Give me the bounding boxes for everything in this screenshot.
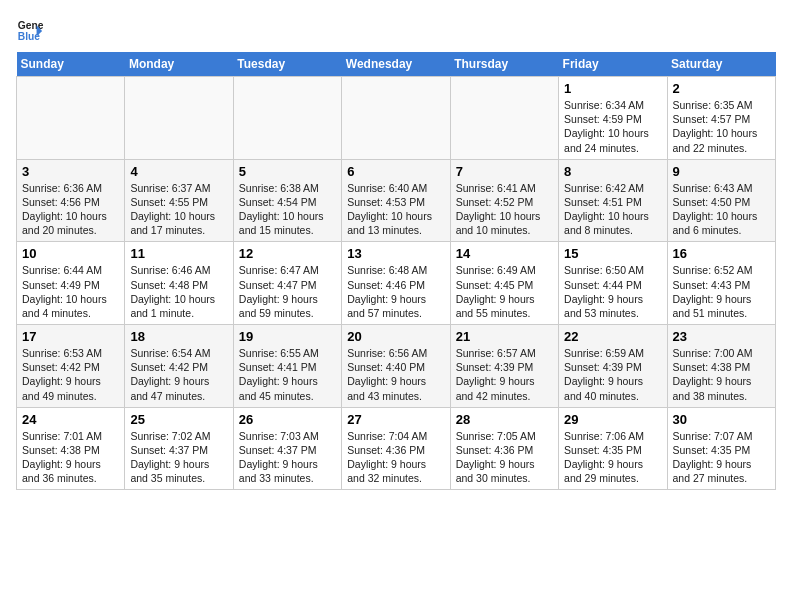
day-number: 6 — [347, 164, 444, 179]
day-number: 16 — [673, 246, 770, 261]
calendar-cell: 25Sunrise: 7:02 AM Sunset: 4:37 PM Dayli… — [125, 407, 233, 490]
day-number: 15 — [564, 246, 661, 261]
calendar-cell: 29Sunrise: 7:06 AM Sunset: 4:35 PM Dayli… — [559, 407, 667, 490]
calendar-cell — [125, 77, 233, 160]
day-info: Sunrise: 6:34 AM Sunset: 4:59 PM Dayligh… — [564, 98, 661, 155]
calendar-week-row: 17Sunrise: 6:53 AM Sunset: 4:42 PM Dayli… — [17, 325, 776, 408]
calendar-week-row: 24Sunrise: 7:01 AM Sunset: 4:38 PM Dayli… — [17, 407, 776, 490]
weekday-header: Monday — [125, 52, 233, 77]
day-info: Sunrise: 6:49 AM Sunset: 4:45 PM Dayligh… — [456, 263, 553, 320]
calendar-cell: 15Sunrise: 6:50 AM Sunset: 4:44 PM Dayli… — [559, 242, 667, 325]
day-info: Sunrise: 6:42 AM Sunset: 4:51 PM Dayligh… — [564, 181, 661, 238]
logo: General Blue — [16, 16, 44, 44]
calendar-cell: 21Sunrise: 6:57 AM Sunset: 4:39 PM Dayli… — [450, 325, 558, 408]
calendar-cell — [450, 77, 558, 160]
calendar-week-row: 1Sunrise: 6:34 AM Sunset: 4:59 PM Daylig… — [17, 77, 776, 160]
day-info: Sunrise: 6:54 AM Sunset: 4:42 PM Dayligh… — [130, 346, 227, 403]
calendar-cell: 16Sunrise: 6:52 AM Sunset: 4:43 PM Dayli… — [667, 242, 775, 325]
calendar-cell — [233, 77, 341, 160]
calendar-cell: 8Sunrise: 6:42 AM Sunset: 4:51 PM Daylig… — [559, 159, 667, 242]
calendar-cell: 13Sunrise: 6:48 AM Sunset: 4:46 PM Dayli… — [342, 242, 450, 325]
calendar-cell: 10Sunrise: 6:44 AM Sunset: 4:49 PM Dayli… — [17, 242, 125, 325]
day-number: 11 — [130, 246, 227, 261]
calendar-cell — [17, 77, 125, 160]
calendar-cell: 1Sunrise: 6:34 AM Sunset: 4:59 PM Daylig… — [559, 77, 667, 160]
logo-icon: General Blue — [16, 16, 44, 44]
calendar-cell: 20Sunrise: 6:56 AM Sunset: 4:40 PM Dayli… — [342, 325, 450, 408]
day-number: 2 — [673, 81, 770, 96]
day-info: Sunrise: 6:55 AM Sunset: 4:41 PM Dayligh… — [239, 346, 336, 403]
day-number: 18 — [130, 329, 227, 344]
calendar-cell: 26Sunrise: 7:03 AM Sunset: 4:37 PM Dayli… — [233, 407, 341, 490]
day-info: Sunrise: 6:56 AM Sunset: 4:40 PM Dayligh… — [347, 346, 444, 403]
weekday-row: SundayMondayTuesdayWednesdayThursdayFrid… — [17, 52, 776, 77]
day-info: Sunrise: 6:48 AM Sunset: 4:46 PM Dayligh… — [347, 263, 444, 320]
calendar-cell: 19Sunrise: 6:55 AM Sunset: 4:41 PM Dayli… — [233, 325, 341, 408]
day-info: Sunrise: 6:41 AM Sunset: 4:52 PM Dayligh… — [456, 181, 553, 238]
calendar-cell: 23Sunrise: 7:00 AM Sunset: 4:38 PM Dayli… — [667, 325, 775, 408]
weekday-header: Sunday — [17, 52, 125, 77]
day-number: 7 — [456, 164, 553, 179]
weekday-header: Friday — [559, 52, 667, 77]
calendar-cell: 7Sunrise: 6:41 AM Sunset: 4:52 PM Daylig… — [450, 159, 558, 242]
day-info: Sunrise: 6:52 AM Sunset: 4:43 PM Dayligh… — [673, 263, 770, 320]
day-info: Sunrise: 7:05 AM Sunset: 4:36 PM Dayligh… — [456, 429, 553, 486]
day-info: Sunrise: 7:04 AM Sunset: 4:36 PM Dayligh… — [347, 429, 444, 486]
day-number: 28 — [456, 412, 553, 427]
weekday-header: Wednesday — [342, 52, 450, 77]
day-number: 9 — [673, 164, 770, 179]
day-number: 27 — [347, 412, 444, 427]
day-info: Sunrise: 7:00 AM Sunset: 4:38 PM Dayligh… — [673, 346, 770, 403]
day-info: Sunrise: 6:36 AM Sunset: 4:56 PM Dayligh… — [22, 181, 119, 238]
day-info: Sunrise: 6:37 AM Sunset: 4:55 PM Dayligh… — [130, 181, 227, 238]
day-info: Sunrise: 6:53 AM Sunset: 4:42 PM Dayligh… — [22, 346, 119, 403]
day-number: 4 — [130, 164, 227, 179]
calendar-cell: 22Sunrise: 6:59 AM Sunset: 4:39 PM Dayli… — [559, 325, 667, 408]
day-info: Sunrise: 7:01 AM Sunset: 4:38 PM Dayligh… — [22, 429, 119, 486]
day-number: 26 — [239, 412, 336, 427]
calendar-cell: 3Sunrise: 6:36 AM Sunset: 4:56 PM Daylig… — [17, 159, 125, 242]
calendar-week-row: 3Sunrise: 6:36 AM Sunset: 4:56 PM Daylig… — [17, 159, 776, 242]
calendar-cell: 9Sunrise: 6:43 AM Sunset: 4:50 PM Daylig… — [667, 159, 775, 242]
day-info: Sunrise: 6:57 AM Sunset: 4:39 PM Dayligh… — [456, 346, 553, 403]
weekday-header: Tuesday — [233, 52, 341, 77]
day-number: 17 — [22, 329, 119, 344]
calendar-body: 1Sunrise: 6:34 AM Sunset: 4:59 PM Daylig… — [17, 77, 776, 490]
calendar-cell: 11Sunrise: 6:46 AM Sunset: 4:48 PM Dayli… — [125, 242, 233, 325]
day-number: 20 — [347, 329, 444, 344]
calendar-cell: 2Sunrise: 6:35 AM Sunset: 4:57 PM Daylig… — [667, 77, 775, 160]
day-number: 14 — [456, 246, 553, 261]
calendar-cell: 18Sunrise: 6:54 AM Sunset: 4:42 PM Dayli… — [125, 325, 233, 408]
day-info: Sunrise: 6:44 AM Sunset: 4:49 PM Dayligh… — [22, 263, 119, 320]
day-info: Sunrise: 6:50 AM Sunset: 4:44 PM Dayligh… — [564, 263, 661, 320]
day-number: 25 — [130, 412, 227, 427]
day-info: Sunrise: 6:40 AM Sunset: 4:53 PM Dayligh… — [347, 181, 444, 238]
calendar-week-row: 10Sunrise: 6:44 AM Sunset: 4:49 PM Dayli… — [17, 242, 776, 325]
day-number: 5 — [239, 164, 336, 179]
day-info: Sunrise: 7:03 AM Sunset: 4:37 PM Dayligh… — [239, 429, 336, 486]
day-number: 12 — [239, 246, 336, 261]
day-info: Sunrise: 7:02 AM Sunset: 4:37 PM Dayligh… — [130, 429, 227, 486]
calendar-cell: 14Sunrise: 6:49 AM Sunset: 4:45 PM Dayli… — [450, 242, 558, 325]
page-header: General Blue — [16, 16, 776, 44]
day-info: Sunrise: 6:35 AM Sunset: 4:57 PM Dayligh… — [673, 98, 770, 155]
day-info: Sunrise: 6:38 AM Sunset: 4:54 PM Dayligh… — [239, 181, 336, 238]
day-number: 8 — [564, 164, 661, 179]
calendar-header: SundayMondayTuesdayWednesdayThursdayFrid… — [17, 52, 776, 77]
calendar-cell: 17Sunrise: 6:53 AM Sunset: 4:42 PM Dayli… — [17, 325, 125, 408]
calendar-table: SundayMondayTuesdayWednesdayThursdayFrid… — [16, 52, 776, 490]
calendar-cell: 28Sunrise: 7:05 AM Sunset: 4:36 PM Dayli… — [450, 407, 558, 490]
day-number: 23 — [673, 329, 770, 344]
day-info: Sunrise: 6:46 AM Sunset: 4:48 PM Dayligh… — [130, 263, 227, 320]
day-number: 22 — [564, 329, 661, 344]
calendar-cell: 4Sunrise: 6:37 AM Sunset: 4:55 PM Daylig… — [125, 159, 233, 242]
day-number: 10 — [22, 246, 119, 261]
day-info: Sunrise: 7:07 AM Sunset: 4:35 PM Dayligh… — [673, 429, 770, 486]
day-number: 30 — [673, 412, 770, 427]
weekday-header: Thursday — [450, 52, 558, 77]
day-number: 21 — [456, 329, 553, 344]
day-info: Sunrise: 7:06 AM Sunset: 4:35 PM Dayligh… — [564, 429, 661, 486]
calendar-cell: 5Sunrise: 6:38 AM Sunset: 4:54 PM Daylig… — [233, 159, 341, 242]
day-number: 13 — [347, 246, 444, 261]
calendar-cell: 27Sunrise: 7:04 AM Sunset: 4:36 PM Dayli… — [342, 407, 450, 490]
